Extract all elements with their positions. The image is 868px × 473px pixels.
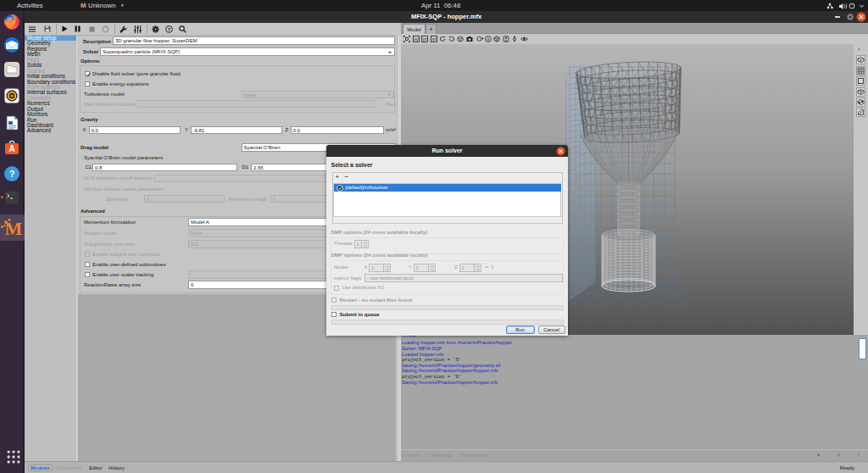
svg-text:M: M	[5, 218, 23, 239]
svg-text:?: ?	[9, 169, 15, 179]
svg-text:xz: xz	[432, 36, 437, 42]
svg-text:A: A	[8, 144, 14, 153]
svg-text:?: ?	[167, 25, 170, 31]
svg-text:xy: xy	[414, 36, 419, 42]
svg-text:yz: yz	[423, 36, 428, 42]
